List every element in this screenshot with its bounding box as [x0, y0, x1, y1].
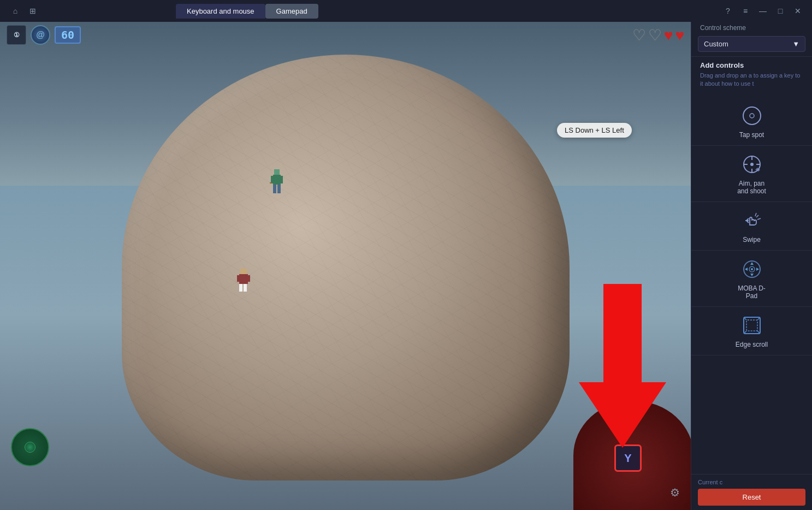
control-item-aim-pan-shoot[interactable]: Aim, panand shoot: [691, 146, 812, 202]
control-item-edge-scroll[interactable]: Edge scroll: [691, 307, 812, 355]
controls-editor-panel: Controls editor Control scheme Custom ▼ …: [691, 0, 812, 510]
svg-rect-4: [280, 176, 283, 183]
control-scheme-label: Control scheme: [691, 22, 812, 34]
title-bar-tabs: Keyboard and mouse Gamepad: [176, 4, 318, 19]
title-bar-right-controls: ? ≡ — □ ✕: [722, 5, 812, 16]
maximize-icon[interactable]: □: [775, 5, 786, 16]
svg-rect-8: [239, 274, 248, 284]
edge-scroll-label: Edge scroll: [736, 341, 768, 348]
svg-point-30: [751, 268, 753, 270]
hud-box-label: ①: [14, 31, 20, 39]
svg-rect-32: [746, 320, 757, 331]
control-item-moba-dpad[interactable]: MOBA D-Pad: [691, 251, 812, 307]
heart-4: ♥: [675, 27, 684, 44]
edge-scroll-icon: [740, 313, 764, 337]
help-icon[interactable]: ?: [722, 5, 733, 16]
svg-rect-5: [273, 185, 276, 193]
svg-point-13: [743, 107, 761, 124]
hud-counter: 60: [55, 26, 81, 44]
hud-at-symbol: @: [31, 25, 50, 45]
control-item-tap-spot[interactable]: Tap spot: [691, 97, 812, 146]
tab-keyboard-mouse[interactable]: Keyboard and mouse: [176, 4, 265, 19]
svg-point-14: [750, 114, 754, 118]
left-joystick-hud: [11, 428, 49, 466]
svg-rect-1: [273, 175, 281, 185]
heart-3: ♥: [664, 27, 673, 44]
control-scheme-value: Custom: [704, 40, 728, 48]
svg-marker-25: [750, 262, 754, 265]
red-arrow-indicator: [579, 284, 666, 448]
svg-rect-10: [247, 275, 250, 282]
close-icon[interactable]: ✕: [792, 5, 803, 16]
add-controls-title: Add controls: [700, 61, 803, 69]
game-viewport: ① @ 60 ♡ ♡ ♥ ♥: [0, 22, 691, 510]
aim-pan-shoot-icon: [740, 152, 764, 176]
swipe-label: Swipe: [743, 236, 761, 244]
svg-rect-7: [240, 269, 247, 274]
add-controls-section: Add controls Drag and drop an a to assig…: [691, 56, 812, 93]
svg-point-20: [750, 163, 754, 166]
moba-dpad-label: MOBA D-Pad: [738, 284, 766, 300]
grid-icon[interactable]: ⊞: [26, 4, 39, 17]
terrain-rock: [122, 55, 570, 481]
svg-rect-9: [237, 275, 240, 282]
gear-icon: ⚙: [670, 486, 680, 499]
rock-texture: [122, 55, 570, 481]
svg-rect-0: [274, 169, 280, 175]
arrow-shaft: [603, 284, 642, 382]
heart-2: ♡: [648, 26, 662, 44]
tap-spot-label: Tap spot: [739, 131, 764, 139]
chevron-down-icon: ▼: [792, 40, 799, 48]
svg-rect-11: [239, 284, 242, 292]
home-icon[interactable]: ⌂: [9, 4, 22, 17]
hud-item-box: ①: [7, 25, 26, 45]
menu-icon[interactable]: ≡: [740, 5, 751, 16]
svg-rect-3: [270, 182, 272, 183]
control-items-list: Tap spot Aim, panand shoot: [691, 93, 812, 474]
title-bar: ⌂ ⊞ Keyboard and mouse Gamepad ? ≡ — □ ✕: [0, 0, 812, 22]
hearts-container: ♡ ♡ ♥ ♥: [632, 26, 684, 44]
aim-pan-shoot-label: Aim, panand shoot: [737, 180, 766, 195]
svg-rect-12: [244, 284, 247, 292]
add-controls-description: Drag and drop an a to assign a key to it…: [700, 72, 803, 88]
svg-marker-28: [756, 268, 759, 271]
character-2: [236, 268, 251, 295]
svg-rect-6: [277, 185, 281, 193]
game-hud-bar: ① @ 60 ♡ ♡ ♥ ♥: [0, 22, 691, 48]
arrow-head: [579, 382, 666, 448]
swipe-icon: [740, 209, 764, 233]
title-bar-window-icons: ⌂ ⊞: [0, 4, 39, 17]
current-label: Current c: [698, 479, 805, 485]
moba-dpad-icon: [740, 257, 764, 281]
control-item-swipe[interactable]: Swipe: [691, 202, 812, 251]
tab-gamepad[interactable]: Gamepad: [265, 4, 318, 19]
svg-line-21: [756, 215, 758, 217]
y-button[interactable]: Y: [614, 444, 642, 472]
svg-marker-27: [745, 268, 748, 271]
control-scheme-dropdown[interactable]: Custom ▼: [698, 36, 805, 52]
tooltip-ls-down: LS Down + LS Left: [557, 123, 632, 138]
tap-spot-icon: [740, 104, 764, 128]
reset-button[interactable]: Reset: [698, 489, 805, 506]
svg-marker-26: [750, 274, 754, 276]
character-1: [269, 168, 285, 198]
minimize-icon[interactable]: —: [757, 5, 768, 16]
svg-line-23: [755, 213, 756, 216]
svg-rect-2: [271, 176, 274, 183]
svg-line-22: [757, 218, 761, 220]
heart-1: ♡: [632, 26, 646, 44]
panel-bottom: Current c Reset: [691, 474, 812, 510]
